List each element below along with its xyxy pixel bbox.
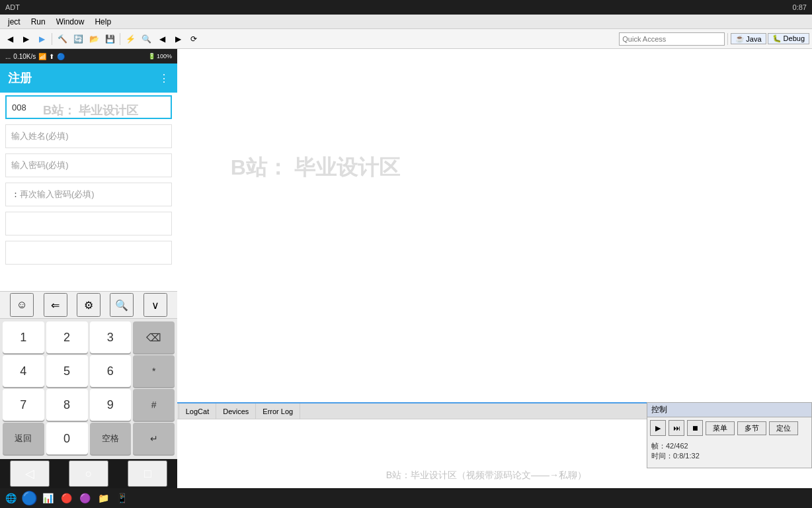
keyboard-row-4: 返回 0 空格 ↵	[3, 423, 175, 454]
key-1[interactable]: 1	[3, 321, 44, 353]
menu-item-window[interactable]: Window	[51, 16, 90, 28]
wifi-icon: 📶	[38, 53, 46, 60]
field-id-value: 008	[12, 103, 26, 112]
phone-field-id[interactable]: 008	[5, 95, 172, 119]
cursor-tool-btn[interactable]: ⇐	[44, 293, 67, 317]
taskbar-chrome[interactable]: 🌐	[3, 490, 19, 506]
keyboard-row-1: 1 2 3 ⌫	[3, 321, 175, 353]
key-3[interactable]: 3	[90, 321, 132, 353]
phone-field-password[interactable]: 输入密码(必填)	[5, 153, 172, 177]
key-7[interactable]: 7	[3, 389, 44, 421]
key-4[interactable]: 4	[3, 355, 44, 387]
toolbar-btn-6[interactable]: 🔍	[139, 32, 153, 46]
phone-title-icons: ⋮	[159, 72, 169, 85]
key-5[interactable]: 5	[46, 355, 88, 387]
toolbar-btn-2[interactable]: ▶	[19, 32, 33, 46]
keyboard-rows: 1 2 3 ⌫ 4 5 6 * 7 8 9 # 返回 0	[0, 319, 177, 459]
phone-field-name[interactable]: 输入姓名(必填)	[5, 124, 172, 148]
tab-logcat[interactable]: LogCat	[179, 403, 216, 419]
ide-title: ADT	[5, 3, 20, 11]
key-8[interactable]: 8	[46, 389, 88, 421]
frame-info-panel: 帧：42/462 时间：0:8/1:32	[647, 439, 811, 464]
taskbar-phone[interactable]: 📱	[114, 490, 130, 506]
toolbar-btn-7[interactable]: ◀	[155, 32, 169, 46]
quick-access-input[interactable]	[619, 32, 725, 46]
keyboard-area: ☺ ⇐ ⚙ 🔍 ∨ 1 2 3 ⌫ 4 5 6 * 7 8	[0, 291, 177, 459]
toolbar-btn-5[interactable]: ⚡	[123, 32, 138, 46]
key-space[interactable]: 空格	[90, 423, 132, 454]
key-asterisk[interactable]: *	[133, 355, 175, 387]
ide-titlebar: ADT 0:87	[0, 0, 812, 15]
toolbar-btn-save[interactable]: 💾	[102, 32, 117, 46]
toolbar-btn-9[interactable]: ⟳	[186, 32, 201, 46]
phone-titlebar: 注册 ⋮	[0, 64, 177, 93]
toolbar-btn-build[interactable]: 🔨	[55, 32, 69, 46]
field-name-placeholder: 输入姓名(必填)	[11, 130, 69, 142]
toolbar-btn-open[interactable]: 📂	[87, 32, 101, 46]
status-right: 🔋 100%	[148, 53, 172, 60]
key-0[interactable]: 0	[46, 423, 88, 454]
separator-3	[727, 33, 728, 45]
taskbar-folder[interactable]: 📁	[95, 490, 111, 506]
separator-1	[52, 33, 52, 45]
phone-field-6[interactable]	[5, 241, 172, 265]
phone-screen-title: 注册	[8, 70, 32, 86]
key-hash[interactable]: #	[133, 389, 175, 421]
timer-display: 0:87	[793, 3, 807, 11]
field-confirm-prefix: ：	[11, 189, 20, 200]
taskbar-excel[interactable]: 📊	[40, 490, 56, 506]
nav-back-btn[interactable]: ◁	[10, 460, 50, 487]
ide-menubar: ject Run Window Help	[0, 15, 812, 29]
debug-perspective-btn[interactable]: 🐛 Debug	[768, 33, 809, 44]
ctrl-menu-btn[interactable]: 菜单	[706, 421, 735, 435]
toolbar-btn-1[interactable]: ◀	[3, 32, 17, 46]
phone-navbar: ◁ ○ □	[0, 459, 177, 488]
tab-errorlog[interactable]: Error Log	[256, 403, 300, 419]
signal-text: ...	[5, 53, 11, 60]
key-2[interactable]: 2	[46, 321, 88, 353]
java-perspective-btn[interactable]: ☕ Java	[731, 33, 766, 44]
ide-toolbar: ◀ ▶ ▶ 🔨 🔄 📂 💾 ⚡ 🔍 ◀ ▶ ⟳ ☕ Java 🐛 Debug	[0, 29, 812, 49]
search-tool-btn[interactable]: 🔍	[110, 293, 134, 317]
key-backspace[interactable]: ⌫	[133, 321, 175, 353]
menu-item-help[interactable]: Help	[89, 16, 116, 28]
ctrl-stop-btn[interactable]: ⏹	[687, 420, 703, 436]
toolbar-btn-sync[interactable]: 🔄	[71, 32, 85, 46]
taskbar-icon-2[interactable]: 🔵	[21, 490, 37, 506]
overflow-icon[interactable]: ⋮	[159, 72, 169, 85]
phone-field-5[interactable]	[5, 212, 172, 235]
java-icon: ☕	[735, 34, 745, 43]
phone-field-confirm-password[interactable]: ： 再次输入密码(必填)	[5, 183, 172, 206]
nav-recent-btn[interactable]: □	[128, 460, 167, 487]
bluetooth-icon: 🔵	[57, 53, 65, 60]
menu-item-run[interactable]: Run	[26, 16, 51, 28]
control-panel: 控制 ▶ ⏭ ⏹ 菜单 多节 定位 帧：42/462 时间：0:8/1:32	[647, 402, 812, 468]
ctrl-locate-btn[interactable]: 定位	[769, 421, 798, 435]
menu-item-project[interactable]: ject	[3, 16, 26, 28]
battery-icon: 🔋	[148, 53, 155, 60]
taskbar-icon-5[interactable]: 🟣	[77, 490, 93, 506]
separator-2	[120, 33, 120, 45]
ctrl-next-btn[interactable]: ⏭	[669, 420, 684, 436]
ctrl-multi-btn[interactable]: 多节	[737, 421, 766, 435]
status-left: ... 0.10K/s 📶 ⬆ 🔵	[5, 53, 65, 60]
ctrl-play-btn[interactable]: ▶	[650, 420, 666, 436]
tab-devices[interactable]: Devices	[216, 403, 256, 419]
key-9[interactable]: 9	[90, 389, 132, 421]
bottom-watermark: B站：毕业设计区（视频带源码论文——→私聊）	[386, 470, 587, 482]
nav-home-btn[interactable]: ○	[69, 460, 108, 487]
key-back[interactable]: 返回	[3, 423, 44, 454]
toolbar-btn-run[interactable]: ▶	[34, 32, 49, 46]
keyboard-row-2: 4 5 6 *	[3, 355, 175, 387]
phone-overlay: ... 0.10K/s 📶 ⬆ 🔵 🔋 100% 注册 ⋮ 008 输入姓名(必…	[0, 49, 177, 488]
speed-text: 0.10K/s	[13, 53, 36, 60]
key-enter[interactable]: ↵	[133, 423, 175, 454]
key-6[interactable]: 6	[90, 355, 132, 387]
toolbar-btn-8[interactable]: ▶	[171, 32, 185, 46]
phone-form-content: 008 输入姓名(必填) 输入密码(必填) ： 再次输入密码(必填)	[0, 93, 177, 291]
collapse-tool-btn[interactable]: ∨	[143, 293, 167, 317]
taskbar-icon-4[interactable]: 🔴	[58, 490, 74, 506]
keyboard-toolbar: ☺ ⇐ ⚙ 🔍 ∨	[0, 291, 177, 319]
emoji-tool-btn[interactable]: ☺	[10, 293, 34, 317]
settings-tool-btn[interactable]: ⚙	[77, 293, 101, 317]
